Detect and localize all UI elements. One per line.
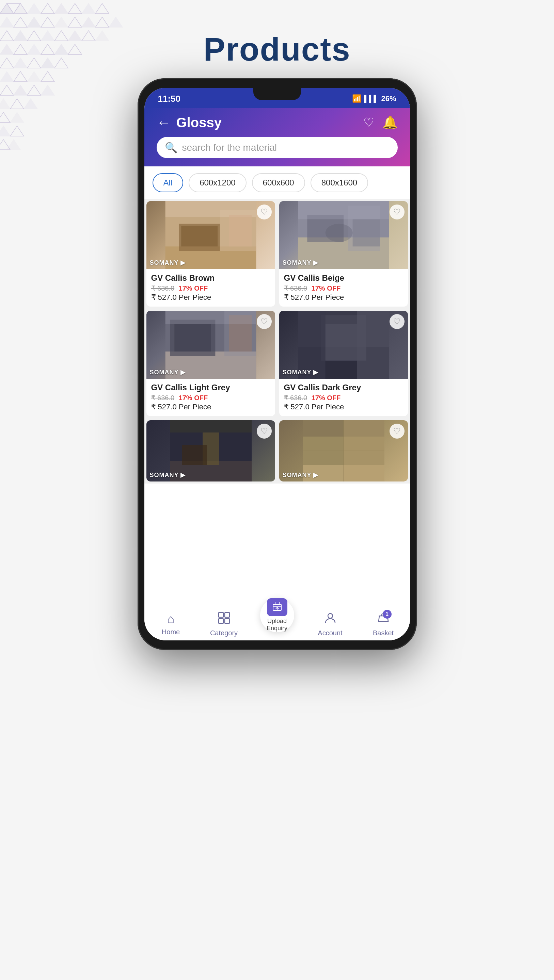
product-image-4: ♡ SOMANY ▶ bbox=[279, 311, 408, 379]
svg-point-69 bbox=[325, 224, 353, 242]
notification-icon[interactable]: 🔔 bbox=[382, 115, 398, 130]
nav-label-home: Home bbox=[162, 628, 180, 636]
product-name-2: GV Callis Beige bbox=[284, 273, 403, 283]
svg-marker-1 bbox=[14, 3, 27, 14]
status-icons: 📶 ▌▌▌ 26% bbox=[352, 94, 396, 103]
filter-chip-800x1600[interactable]: 800x1600 bbox=[311, 173, 368, 192]
product-card-3[interactable]: ♡ SOMANY ▶ GV Callis Light Grey ₹ 636.0 … bbox=[147, 311, 275, 416]
discount-4: 17% OFF bbox=[311, 394, 341, 401]
screen-content: ← Glossy ♡ 🔔 🔍 search for the material A… bbox=[144, 108, 410, 640]
nav-label-upload: UploadEnquiry bbox=[267, 617, 287, 632]
svg-rect-82 bbox=[325, 324, 357, 361]
scrollable-content: ♡ SOMANY ▶ GV Callis Brown ₹ 636.0 17% O… bbox=[144, 199, 410, 607]
svg-marker-2 bbox=[27, 3, 41, 14]
svg-marker-12 bbox=[14, 17, 27, 27]
svg-marker-51 bbox=[10, 112, 24, 123]
svg-rect-94 bbox=[219, 612, 224, 617]
svg-marker-49 bbox=[24, 99, 37, 109]
svg-rect-97 bbox=[225, 619, 230, 624]
product-price-row-2: ₹ 636.0 17% OFF bbox=[284, 284, 403, 292]
upload-enquiry-button[interactable]: UploadEnquiry bbox=[260, 598, 294, 632]
nav-item-upload[interactable]: UploadEnquiry bbox=[251, 598, 304, 637]
svg-marker-53 bbox=[10, 126, 24, 136]
discount-3: 17% OFF bbox=[179, 394, 208, 401]
wishlist-btn-3[interactable]: ♡ bbox=[257, 314, 272, 329]
home-icon: ⌂ bbox=[167, 612, 175, 626]
filter-chip-600x1200[interactable]: 600x1200 bbox=[188, 173, 246, 192]
category-icon bbox=[218, 612, 230, 627]
svg-rect-87 bbox=[182, 445, 207, 465]
nav-item-basket[interactable]: 1 Basket bbox=[357, 612, 410, 637]
product-image-3: ♡ SOMANY ▶ bbox=[147, 311, 275, 379]
bottom-nav: ⌂ Home Category bbox=[144, 607, 410, 640]
final-price-4: ₹ 527.0 Per Piece bbox=[284, 402, 403, 411]
svg-marker-8 bbox=[7, 3, 21, 14]
nav-label-account: Account bbox=[318, 629, 342, 637]
svg-marker-18 bbox=[95, 17, 109, 27]
account-icon bbox=[324, 612, 337, 627]
back-button[interactable]: ← bbox=[156, 115, 171, 130]
wishlist-btn-4[interactable]: ♡ bbox=[390, 314, 404, 329]
product-card-6[interactable]: ♡ SOMANY ▶ bbox=[279, 420, 408, 482]
product-info-1: GV Callis Brown ₹ 636.0 17% OFF ₹ 527.0 … bbox=[147, 269, 275, 307]
svg-marker-10 bbox=[14, 3, 27, 14]
nav-label-basket: Basket bbox=[373, 629, 394, 637]
final-price-1: ₹ 527.0 Per Piece bbox=[151, 293, 270, 302]
wishlist-btn-2[interactable]: ♡ bbox=[390, 205, 404, 220]
upload-icon bbox=[267, 598, 287, 616]
product-card-5[interactable]: ♡ SOMANY ▶ bbox=[147, 420, 275, 482]
svg-marker-19 bbox=[109, 17, 123, 27]
svg-rect-62 bbox=[229, 215, 252, 247]
svg-marker-50 bbox=[0, 112, 10, 123]
final-price-3: ₹ 527.0 Per Piece bbox=[151, 402, 270, 411]
basket-badge: 1 bbox=[383, 610, 391, 619]
header-top: ← Glossy ♡ 🔔 bbox=[156, 115, 398, 130]
products-grid: ♡ SOMANY ▶ GV Callis Brown ₹ 636.0 17% O… bbox=[144, 199, 410, 484]
search-bar[interactable]: 🔍 search for the material bbox=[156, 137, 398, 158]
svg-marker-40 bbox=[14, 72, 27, 82]
nav-item-account[interactable]: Account bbox=[304, 612, 357, 637]
svg-marker-14 bbox=[41, 17, 54, 27]
product-image-5: ♡ SOMANY ▶ bbox=[147, 420, 275, 482]
product-image-6: ♡ SOMANY ▶ bbox=[279, 420, 408, 482]
page-title: Products bbox=[0, 30, 554, 68]
nav-item-home[interactable]: ⌂ Home bbox=[144, 612, 198, 637]
app-header: ← Glossy ♡ 🔔 🔍 search for the material bbox=[144, 108, 410, 166]
wishlist-btn-6[interactable]: ♡ bbox=[390, 424, 404, 439]
wishlist-icon[interactable]: ♡ bbox=[363, 115, 374, 130]
svg-point-103 bbox=[328, 614, 333, 618]
original-price-2: ₹ 636.0 bbox=[284, 285, 308, 292]
svg-rect-60 bbox=[181, 226, 217, 247]
product-card-1[interactable]: ♡ SOMANY ▶ GV Callis Brown ₹ 636.0 17% O… bbox=[147, 201, 275, 307]
wishlist-btn-5[interactable]: ♡ bbox=[257, 424, 272, 439]
product-price-row-1: ₹ 636.0 17% OFF bbox=[151, 284, 270, 292]
brand-watermark-1: SOMANY ▶ bbox=[150, 259, 186, 266]
svg-marker-11 bbox=[0, 17, 14, 27]
svg-marker-47 bbox=[0, 99, 10, 109]
svg-marker-5 bbox=[68, 3, 82, 14]
filter-chip-all[interactable]: All bbox=[153, 173, 184, 192]
product-card-4[interactable]: ♡ SOMANY ▶ GV Callis Dark Grey ₹ 636.0 1… bbox=[279, 311, 408, 416]
svg-marker-52 bbox=[0, 126, 10, 136]
product-info-2: GV Callis Beige ₹ 636.0 17% OFF ₹ 527.0 … bbox=[279, 269, 408, 307]
wishlist-btn-1[interactable]: ♡ bbox=[257, 205, 272, 220]
battery-icon: 26% bbox=[381, 94, 396, 103]
product-info-3: GV Callis Light Grey ₹ 636.0 17% OFF ₹ 5… bbox=[147, 379, 275, 416]
svg-marker-43 bbox=[0, 85, 14, 95]
product-name-4: GV Callis Dark Grey bbox=[284, 383, 403, 392]
brand-watermark-2: SOMANY ▶ bbox=[283, 259, 319, 266]
product-card-2[interactable]: ♡ SOMANY ▶ GV Callis Beige ₹ 636.0 17% O… bbox=[279, 201, 408, 307]
nav-item-category[interactable]: Category bbox=[198, 612, 251, 637]
svg-marker-54 bbox=[0, 140, 10, 150]
signal-icon: ▌▌▌ bbox=[364, 95, 378, 103]
filter-chip-600x600[interactable]: 600x600 bbox=[252, 173, 305, 192]
brand-watermark-6: SOMANY ▶ bbox=[283, 471, 319, 479]
svg-marker-16 bbox=[68, 17, 82, 27]
svg-rect-80 bbox=[357, 311, 389, 379]
svg-rect-95 bbox=[225, 612, 230, 617]
phone-screen: 11:50 📶 ▌▌▌ 26% ← Glossy ♡ 🔔 bbox=[144, 88, 410, 640]
svg-rect-68 bbox=[298, 201, 389, 219]
product-image-2: ♡ SOMANY ▶ bbox=[279, 201, 408, 269]
header-icons: ♡ 🔔 bbox=[363, 115, 398, 130]
product-price-row-3: ₹ 636.0 17% OFF bbox=[151, 394, 270, 402]
